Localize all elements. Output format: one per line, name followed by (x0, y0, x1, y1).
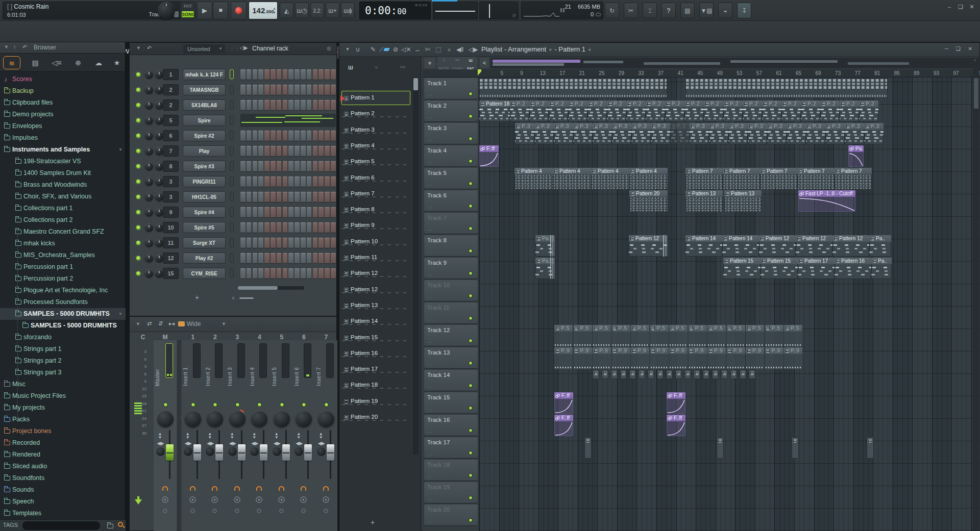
step-cell[interactable] (318, 100, 324, 110)
main-volume-knob[interactable] (158, 2, 175, 19)
mute-tool-icon[interactable]: ◁✕ (401, 45, 411, 54)
add-channel-button[interactable]: + (195, 293, 199, 301)
step-cell[interactable] (288, 176, 293, 187)
step-cell[interactable] (264, 131, 270, 141)
step-cell[interactable] (307, 100, 312, 110)
browser-item[interactable]: Soundfonts (0, 472, 126, 484)
step-cell[interactable] (295, 69, 300, 80)
step-cell[interactable] (288, 207, 293, 217)
step-cell[interactable] (271, 131, 276, 141)
marker-panel[interactable] (433, 2, 478, 19)
browser-item[interactable]: Plogue Art et Technologie, Inc (0, 285, 126, 296)
browser-item[interactable]: Processed Soundfonts (0, 296, 126, 308)
step-cell[interactable] (307, 192, 312, 202)
playlist-grid[interactable] (479, 78, 980, 531)
step-cell[interactable] (258, 253, 263, 263)
playlist-clip[interactable] (749, 370, 755, 379)
playlist-clip[interactable]: P..3 (728, 123, 748, 144)
loop-record-icon[interactable]: шϕ (341, 3, 355, 18)
step-cell[interactable] (301, 85, 306, 95)
strip-pan-knob[interactable] (185, 411, 201, 427)
step-cell[interactable] (253, 253, 258, 263)
step-cell[interactable] (301, 161, 306, 171)
channel-mixer-track[interactable]: 11 (163, 237, 179, 248)
metronome-icon[interactable]: ◭ (280, 3, 293, 18)
pattern-item[interactable]: Pattern 2 (341, 107, 410, 121)
step-cell[interactable] (271, 100, 276, 110)
channel-piano-preview[interactable] (240, 114, 336, 127)
step-cell[interactable] (277, 192, 282, 202)
playlist-clip[interactable]: F..ff (667, 415, 685, 436)
step-cell[interactable] (288, 268, 293, 279)
browser-item[interactable]: Demo projects (0, 109, 126, 120)
channel-mute-indicator[interactable] (230, 131, 234, 140)
playback-tool-icon[interactable]: ◀‖ (455, 45, 465, 54)
pattern-item[interactable]: Pattern 1 (341, 91, 410, 105)
step-cell[interactable] (253, 161, 258, 171)
step-cell[interactable] (271, 222, 276, 233)
step-cell[interactable] (318, 238, 324, 248)
pattern-item[interactable]: Pattern 13 (341, 298, 410, 313)
step-cell[interactable] (331, 161, 336, 171)
playlist-clip[interactable]: P..2 (626, 100, 646, 122)
step-cell[interactable] (271, 192, 276, 202)
channel-volume-knob[interactable] (155, 178, 163, 186)
download-icon[interactable]: ↧ (737, 3, 751, 18)
step-cell[interactable] (283, 268, 288, 279)
channel-pan-knob[interactable] (145, 223, 153, 232)
strip-pan-knob[interactable] (296, 411, 312, 427)
step-cell[interactable] (325, 207, 330, 217)
pattern-item[interactable]: Pattern 10 (341, 235, 410, 249)
step-cell[interactable] (258, 161, 263, 171)
step-cell[interactable] (277, 238, 282, 248)
step-cell[interactable] (295, 207, 300, 217)
step-cell[interactable] (240, 146, 246, 156)
playlist-track-header[interactable]: Track 9... (424, 258, 478, 279)
playlist-clip[interactable]: Pattern 4 (553, 168, 591, 189)
mixer-strip[interactable]: Insert 5▲▼◀▶ (271, 340, 293, 531)
step-cell[interactable] (325, 222, 330, 233)
strip-led[interactable] (213, 402, 217, 407)
mixer-strip[interactable]: Insert 3▲▼◀▶ (226, 340, 249, 531)
step-cell[interactable] (331, 146, 336, 156)
channel-pan-knob[interactable] (145, 147, 153, 155)
step-cell[interactable] (271, 146, 276, 156)
step-cell[interactable] (295, 238, 300, 248)
step-cell[interactable] (253, 131, 258, 141)
playlist-clip[interactable]: P..5 (765, 325, 783, 347)
step-cell[interactable] (258, 207, 263, 217)
playlist-clip[interactable]: P..3 (573, 123, 593, 144)
browser-item[interactable]: SAMPLES - 5000 DRUMHITS▼ (0, 308, 126, 320)
channel-pan-knob[interactable] (145, 208, 153, 216)
playlist-clip[interactable]: Pattern 15 (761, 258, 798, 279)
step-cell[interactable] (240, 268, 246, 279)
track-led[interactable] (469, 361, 473, 365)
playlist-clip[interactable]: Pattern 16 (835, 258, 871, 279)
strip-fx-slot[interactable] (323, 496, 329, 503)
browser-item[interactable]: Envelopes (0, 120, 126, 132)
track-led[interactable] (469, 339, 473, 343)
strip-stereo-knob[interactable] (317, 447, 326, 456)
channel-volume-knob[interactable] (155, 193, 163, 201)
step-cell[interactable] (318, 222, 324, 233)
track-led[interactable] (469, 92, 473, 96)
playlist-track-header[interactable]: Track 11... (424, 302, 478, 323)
channel-volume-knob[interactable] (155, 70, 163, 79)
browser-tab-sounds[interactable]: ◁≡ (48, 56, 65, 69)
channel-mixer-track[interactable]: 8 (163, 161, 179, 172)
step-cell[interactable] (288, 100, 293, 110)
mixer-strip[interactable]: Insert 4▲▼◀▶ (249, 340, 271, 531)
step-cell[interactable] (295, 176, 300, 187)
browser-tab-files[interactable]: ▤ (27, 56, 44, 69)
step-cell[interactable] (283, 238, 288, 248)
step-cell[interactable] (277, 100, 282, 110)
step-cell[interactable] (325, 100, 330, 110)
strip-fx-slot[interactable] (189, 496, 196, 503)
step-cell[interactable] (325, 238, 330, 248)
picker-filter-audio-icon[interactable]: ≈ (375, 64, 378, 71)
channel-volume-knob[interactable] (155, 239, 163, 247)
playlist-clip[interactable]: P..3 (631, 123, 651, 144)
tags-search-icon[interactable] (118, 522, 123, 527)
strip-led[interactable] (324, 402, 329, 407)
channel-name-button[interactable]: Spire #4 (183, 207, 226, 218)
